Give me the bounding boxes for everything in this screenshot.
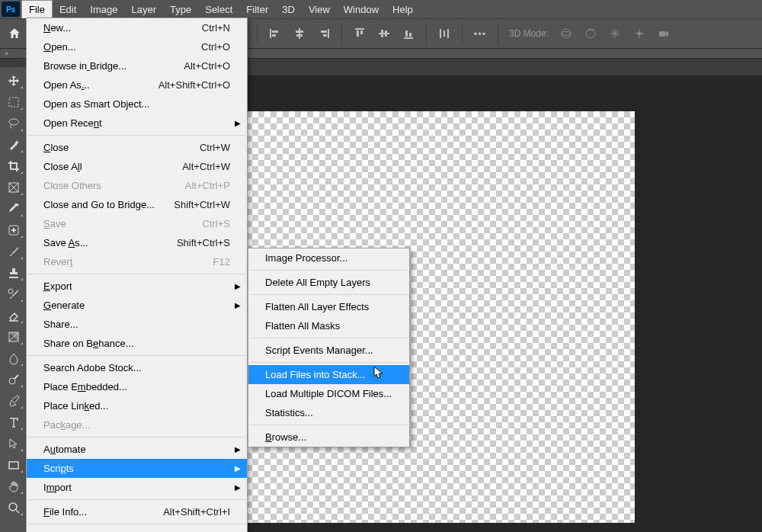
crop-tool[interactable] — [3, 157, 24, 175]
file-menu-item-place-embedded[interactable]: Place Embedded... — [27, 377, 247, 396]
scripts-menu-item-statistics[interactable]: Statistics... — [248, 403, 409, 422]
align-right-icon[interactable] — [317, 27, 331, 40]
scripts-menu-item-flatten-all-masks[interactable]: Flatten All Masks — [248, 316, 409, 335]
type-tool[interactable] — [3, 413, 24, 431]
dodge-tool[interactable] — [3, 370, 24, 389]
wand-tool[interactable] — [3, 136, 24, 154]
file-menu-item-open[interactable]: Open...Ctrl+O — [27, 37, 247, 56]
slide-icon[interactable] — [632, 27, 646, 40]
file-menu-item-package: Package... — [27, 415, 247, 434]
align-top-icon[interactable] — [353, 27, 367, 40]
file-menu: New...Ctrl+NOpen...Ctrl+OBrowse in Bridg… — [26, 18, 248, 532]
scripts-menu-item-load-multiple-dicom-files[interactable]: Load Multiple DICOM Files... — [248, 384, 409, 403]
mode-label: 3D Mode: — [509, 28, 549, 39]
menubar-item-window[interactable]: Window — [337, 0, 386, 18]
lasso-tool[interactable] — [3, 114, 24, 133]
file-menu-item-print[interactable]: Print...Ctrl+P — [27, 527, 247, 532]
file-menu-item-close-all[interactable]: Close AllAlt+Ctrl+W — [27, 157, 247, 176]
scripts-menu-item-script-events-manager[interactable]: Script Events Manager... — [248, 341, 409, 360]
align-middle-icon[interactable] — [377, 27, 391, 40]
file-menu-item-automate[interactable]: Automate▶ — [27, 440, 247, 459]
blur-tool[interactable] — [3, 349, 24, 367]
align-bottom-icon[interactable] — [402, 27, 415, 40]
file-menu-item-generate[interactable]: Generate▶ — [27, 296, 247, 315]
svg-rect-6 — [328, 29, 329, 38]
scripts-menu-item-flatten-all-layer-effects[interactable]: Flatten All Layer Effects — [248, 297, 409, 316]
rectangle-tool[interactable] — [3, 456, 24, 474]
file-menu-item-scripts[interactable]: Scripts▶ — [27, 459, 247, 478]
file-menu-item-share[interactable]: Share... — [27, 315, 247, 334]
move-tool[interactable] — [3, 72, 24, 90]
svg-rect-18 — [440, 29, 441, 38]
camera-icon[interactable] — [657, 27, 671, 40]
file-menu-item-save-as[interactable]: Save As...Shift+Ctrl+S — [27, 233, 247, 252]
marquee-tool[interactable] — [3, 93, 24, 111]
svg-rect-1 — [272, 30, 278, 33]
file-menu-item-open-recent[interactable]: Open Recent▶ — [27, 114, 247, 133]
mouse-cursor-icon — [373, 366, 386, 380]
distribute-icon[interactable] — [437, 27, 451, 40]
gradient-tool[interactable] — [3, 328, 24, 346]
app-logo: Ps — [2, 2, 20, 17]
menubar-item-type[interactable]: Type — [163, 0, 198, 18]
scripts-menu-item-browse[interactable]: Browse... — [248, 428, 409, 447]
pen-tool[interactable] — [3, 392, 24, 410]
svg-rect-12 — [379, 33, 389, 34]
svg-point-33 — [9, 503, 17, 511]
orbit-icon[interactable] — [559, 27, 573, 40]
file-menu-item-import[interactable]: Import▶ — [27, 478, 247, 497]
svg-rect-9 — [355, 28, 364, 30]
align-center-icon[interactable] — [293, 27, 306, 40]
svg-rect-16 — [405, 30, 408, 37]
svg-point-22 — [562, 32, 571, 36]
stamp-tool[interactable] — [3, 264, 24, 282]
file-menu-item-file-info[interactable]: File Info...Alt+Shift+Ctrl+I — [27, 502, 247, 521]
file-menu-item-open-as[interactable]: Open As...Alt+Shift+Ctrl+O — [27, 75, 247, 95]
eraser-tool[interactable] — [3, 306, 24, 325]
menubar-item-filter[interactable]: Filter — [239, 0, 275, 18]
eyedropper-tool[interactable] — [3, 200, 24, 218]
menubar-item-layer[interactable]: Layer — [125, 0, 164, 18]
file-menu-item-close[interactable]: CloseCtrl+W — [27, 138, 247, 157]
zoom-tool[interactable] — [3, 498, 24, 517]
scripts-menu-item-image-processor[interactable]: Image Processor... — [248, 248, 409, 268]
roll-icon[interactable] — [584, 27, 597, 40]
scripts-menu-item-delete-all-empty-layers[interactable]: Delete All Empty Layers — [248, 273, 409, 292]
scripts-submenu: Image Processor...Delete All Empty Layer… — [248, 248, 410, 447]
menubar-item-help[interactable]: Help — [386, 0, 420, 18]
menubar-item-image[interactable]: Image — [83, 0, 124, 18]
submenu-arrow-icon: ▶ — [235, 282, 241, 290]
tools-panel — [0, 67, 27, 532]
file-menu-item-close-and-go-to-bridge[interactable]: Close and Go to Bridge...Shift+Ctrl+W — [27, 195, 247, 214]
path-select-tool[interactable] — [3, 434, 24, 453]
menubar-item-select[interactable]: Select — [198, 0, 239, 18]
healing-tool[interactable] — [3, 221, 24, 239]
frame-tool[interactable] — [3, 178, 24, 197]
svg-rect-7 — [321, 30, 327, 33]
svg-point-29 — [8, 289, 13, 293]
file-menu-item-revert: RevertF12 — [27, 252, 247, 271]
align-left-icon[interactable] — [268, 27, 282, 40]
submenu-arrow-icon: ▶ — [235, 301, 241, 309]
more-options-icon[interactable]: ••• — [473, 27, 487, 40]
brush-tool[interactable] — [3, 242, 24, 261]
svg-rect-10 — [357, 30, 359, 37]
svg-rect-25 — [659, 31, 665, 37]
menubar-item-file[interactable]: File — [21, 0, 53, 18]
menubar-item-3d[interactable]: 3D — [275, 0, 302, 18]
file-menu-item-new[interactable]: New...Ctrl+N — [27, 18, 247, 37]
file-menu-item-browse-in-bridge[interactable]: Browse in Bridge...Alt+Ctrl+O — [27, 56, 247, 75]
file-menu-item-search-adobe-stock[interactable]: Search Adobe Stock... — [27, 358, 247, 377]
file-menu-item-export[interactable]: Export▶ — [27, 277, 247, 296]
file-menu-item-open-as-smart-object[interactable]: Open as Smart Object... — [27, 95, 247, 114]
file-menu-item-share-on-behance[interactable]: Share on Behance... — [27, 334, 247, 353]
pan-icon[interactable] — [608, 27, 622, 40]
svg-rect-19 — [447, 29, 449, 38]
svg-rect-11 — [360, 30, 363, 34]
history-brush-tool[interactable] — [3, 285, 24, 303]
file-menu-item-place-linked[interactable]: Place Linked... — [27, 396, 247, 415]
menubar-item-view[interactable]: View — [302, 0, 337, 18]
home-button[interactable] — [5, 24, 24, 43]
hand-tool[interactable] — [3, 477, 24, 495]
menubar-item-edit[interactable]: Edit — [53, 0, 83, 18]
